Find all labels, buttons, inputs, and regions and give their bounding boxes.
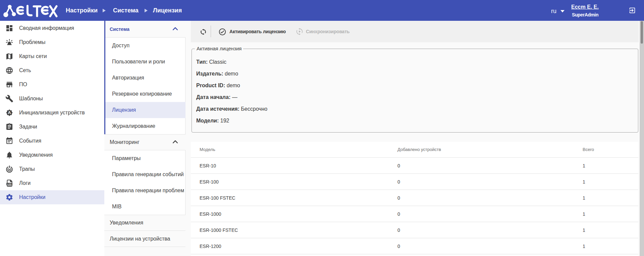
svg-text:A: A [8, 110, 11, 115]
svg-text:LOG: LOG [7, 183, 12, 185]
